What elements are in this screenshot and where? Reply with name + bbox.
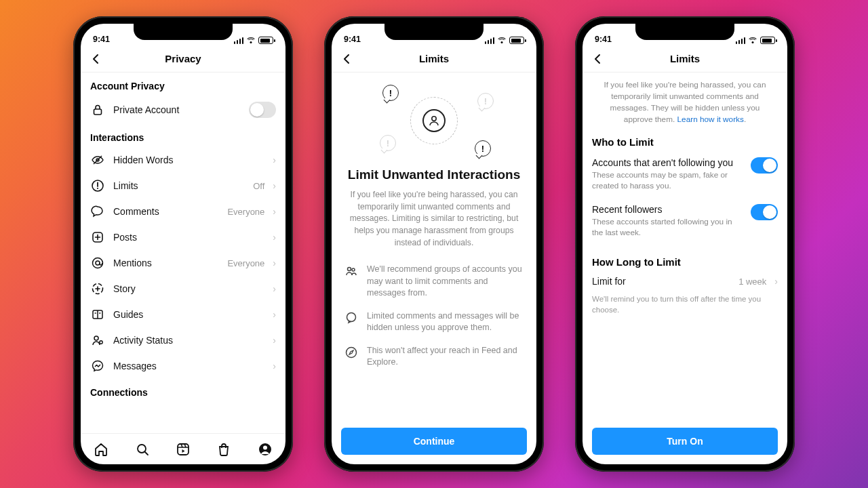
svg-point-20 (138, 445, 146, 453)
tab-profile[interactable] (256, 441, 274, 458)
row-messages[interactable]: Messages › (81, 353, 285, 379)
private-account-toggle[interactable] (249, 102, 276, 118)
alert-bubble-faded-icon: ! (477, 93, 494, 109)
status-time: 9:41 (595, 35, 612, 44)
page-title: Limits (419, 53, 449, 64)
row-limits[interactable]: Limits Off › (81, 173, 285, 199)
row-label: Activity Status (113, 335, 264, 346)
battery-icon (509, 37, 524, 44)
row-label: Posts (113, 232, 264, 243)
notch (384, 24, 484, 40)
tab-shop[interactable] (215, 441, 233, 458)
svg-point-30 (352, 268, 355, 271)
limits-description: If you feel like you're being harassed, … (583, 73, 787, 125)
tab-home[interactable] (92, 441, 110, 458)
row-private-account[interactable]: Private Account (81, 96, 285, 124)
recent-followers-toggle[interactable] (751, 204, 778, 220)
alert-bubble-icon: ! (382, 85, 399, 101)
wifi-icon (497, 37, 507, 44)
row-story[interactable]: Story › (81, 276, 285, 302)
section-connections: Connections (81, 379, 285, 402)
intro-headline: Limit Unwanted Interactions (347, 167, 521, 182)
alert-circle-icon (90, 178, 105, 193)
bullet-text: We'll recommend groups of accounts you m… (367, 264, 524, 300)
people-icon (344, 264, 359, 279)
bullet-item: This won't affect your reach in Feed and… (344, 340, 524, 374)
chevron-right-icon: › (273, 155, 276, 165)
intro-body: If you feel like you're being harassed, … (347, 189, 521, 249)
back-button[interactable] (338, 50, 356, 68)
svg-point-19 (100, 341, 102, 344)
svg-rect-0 (94, 109, 102, 115)
tab-search[interactable] (134, 441, 151, 458)
row-label: Comments (113, 206, 219, 217)
chevron-right-icon: › (273, 335, 276, 346)
row-activity-status[interactable]: Activity Status › (81, 327, 285, 353)
wifi-icon (246, 37, 256, 44)
continue-button[interactable]: Continue (341, 428, 527, 455)
alert-bubble-faded-icon: ! (380, 135, 396, 151)
svg-point-5 (97, 188, 98, 189)
row-recent-followers[interactable]: Recent followers These accounts started … (583, 199, 787, 245)
option-subtitle: These accounts started following you in … (592, 217, 744, 239)
signal-icon (234, 37, 244, 44)
row-value: Off (253, 181, 264, 191)
guides-icon (90, 307, 105, 322)
svg-point-28 (432, 117, 436, 121)
learn-how-link[interactable]: Learn how it works (677, 115, 744, 124)
chevron-right-icon: › (273, 361, 276, 371)
section-account-privacy: Account Privacy (81, 73, 285, 96)
comment-icon (90, 204, 105, 219)
row-label: Messages (113, 361, 264, 371)
row-posts[interactable]: Posts › (81, 224, 285, 250)
tab-bar (81, 433, 285, 464)
section-how-long: How Long to Limit (583, 245, 787, 272)
notch (134, 24, 233, 40)
turn-on-button[interactable]: Turn On (592, 428, 778, 455)
bullet-text: This won't affect your reach in Feed and… (367, 345, 524, 369)
battery-icon (258, 37, 273, 44)
row-comments[interactable]: Comments Everyone › (81, 199, 285, 224)
svg-point-9 (93, 258, 103, 268)
nav-header: Limits (332, 45, 536, 73)
limits-illustration: ! ! ! ! (373, 83, 495, 158)
not-following-toggle[interactable] (751, 157, 778, 174)
row-label: Story (113, 283, 264, 294)
phone-limits-settings: 9:41 Limits If you feel like you're bein… (575, 16, 795, 472)
comment-icon (344, 310, 359, 325)
row-value: Everyone (227, 258, 264, 268)
row-not-following[interactable]: Accounts that aren't following you These… (583, 152, 787, 199)
phone-privacy: 9:41 Privacy Account Privacy Private Acc… (73, 16, 293, 472)
row-hidden-words[interactable]: Hidden Words › (81, 147, 285, 173)
page-title: Limits (670, 53, 700, 64)
signal-icon (485, 37, 495, 44)
chevron-right-icon: › (273, 258, 276, 268)
row-guides[interactable]: Guides › (81, 302, 285, 327)
notch (635, 24, 734, 40)
chevron-right-icon: › (273, 206, 276, 217)
chevron-right-icon: › (273, 232, 276, 243)
tab-reels[interactable] (174, 441, 192, 458)
row-mentions[interactable]: Mentions Everyone › (81, 250, 285, 276)
limit-note: We'll remind you to turn this off after … (583, 291, 787, 318)
story-icon (90, 281, 105, 296)
wifi-icon (748, 37, 757, 44)
row-value: 1 week (738, 277, 766, 287)
row-limit-for[interactable]: Limit for 1 week › (583, 272, 787, 291)
row-label: Hidden Words (113, 155, 264, 165)
lock-icon (90, 102, 105, 117)
section-who-to-limit: Who to Limit (583, 125, 787, 152)
bullet-item: Limited comments and messages will be hi… (344, 305, 524, 340)
status-time: 9:41 (93, 35, 110, 44)
chevron-right-icon: › (774, 276, 778, 287)
row-label: Private Account (113, 104, 241, 115)
eye-hidden-icon (90, 152, 105, 167)
alert-bubble-icon: ! (475, 140, 491, 157)
nav-header: Privacy (81, 45, 285, 73)
back-button[interactable] (87, 50, 105, 68)
back-button[interactable] (589, 50, 607, 68)
svg-point-27 (263, 445, 267, 449)
option-subtitle: These accounts may be spam, fake or crea… (592, 170, 744, 192)
messenger-icon (90, 359, 105, 373)
user-icon (422, 109, 446, 132)
